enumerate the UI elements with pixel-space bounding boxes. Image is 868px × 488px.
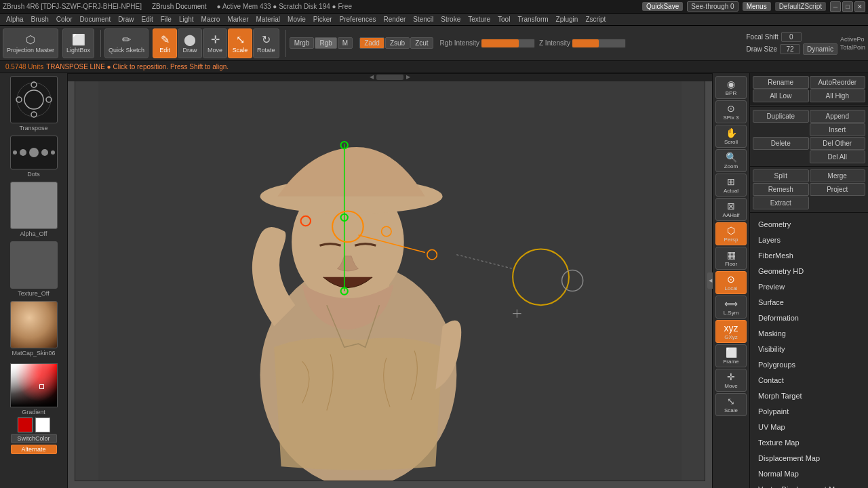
insert-button[interactable]: Insert xyxy=(810,123,866,136)
menu-marker[interactable]: Marker xyxy=(224,15,252,24)
right-move-button[interactable]: ✛ Move xyxy=(715,369,747,392)
aahalf-button[interactable]: ⊠ AAHalf xyxy=(715,198,747,221)
canvas-area[interactable]: ◀ ▶ xyxy=(68,73,712,488)
draw-button[interactable]: ⬤ Draw xyxy=(178,28,202,58)
visibility-item[interactable]: Visibility xyxy=(753,342,865,357)
script-button[interactable]: DefaultZScript xyxy=(775,2,826,11)
zadd-button[interactable]: Zadd xyxy=(359,37,384,49)
polypaint-item[interactable]: Polypaint xyxy=(753,404,865,419)
lightbox-button[interactable]: ⬜ LightBox xyxy=(62,28,94,58)
rgb-intensity-slider[interactable] xyxy=(481,39,535,48)
menu-zplugin[interactable]: Zplugin xyxy=(553,15,582,24)
minimize-button[interactable]: ─ xyxy=(830,1,841,12)
move-button[interactable]: ✛ Move xyxy=(203,28,227,58)
canvas-inner[interactable] xyxy=(75,80,705,481)
menu-picker[interactable]: Picker xyxy=(310,15,336,24)
menu-preferences[interactable]: Preferences xyxy=(336,15,380,24)
menu-stencil[interactable]: Stencil xyxy=(410,15,437,24)
scroll-arrow-left[interactable]: ◀ xyxy=(370,74,374,80)
zoom-button[interactable]: 🔍 Zoom xyxy=(715,149,747,172)
local-button[interactable]: ⊙ Local xyxy=(715,271,747,294)
merge-button[interactable]: Merge xyxy=(810,169,866,182)
menu-render[interactable]: Render xyxy=(380,15,409,24)
bpr-button[interactable]: ◉ BPR xyxy=(715,76,747,99)
deformation-item[interactable]: Deformation xyxy=(753,310,865,325)
menu-zscript[interactable]: Zscript xyxy=(582,15,609,24)
menu-material[interactable]: Material xyxy=(253,15,284,24)
normal-map-item[interactable]: Normal Map xyxy=(753,466,865,481)
rename-button[interactable]: Rename xyxy=(753,76,809,89)
uv-map-item[interactable]: UV Map xyxy=(753,420,865,434)
switch-color-button[interactable]: SwitchColor xyxy=(11,434,57,443)
menu-transform[interactable]: Transform xyxy=(514,15,551,24)
geometry-item[interactable]: Geometry xyxy=(753,217,865,232)
menu-macro[interactable]: Macro xyxy=(198,15,224,24)
spix-button[interactable]: ⊙ SPix 3 xyxy=(715,100,747,123)
preview-item[interactable]: Preview xyxy=(753,279,865,294)
scroll-button[interactable]: ✋ Scroll xyxy=(715,125,747,148)
dots-preview[interactable] xyxy=(10,136,58,169)
texture-map-item[interactable]: Texture Map xyxy=(753,435,865,450)
vector-displacement-map-item[interactable]: Vector Displacement Map xyxy=(753,482,865,488)
projection-master-button[interactable]: ⬡ Projection Master xyxy=(3,28,58,58)
surface-item[interactable]: Surface xyxy=(753,295,865,310)
z-intensity-slider[interactable] xyxy=(572,39,626,48)
quicksave-button[interactable]: QuickSave xyxy=(642,2,683,11)
texture-preview[interactable] xyxy=(10,241,58,289)
menu-alpha[interactable]: Alpha xyxy=(3,15,27,24)
morph-target-item[interactable]: Morph Target xyxy=(753,388,865,403)
foreground-color[interactable] xyxy=(18,418,33,432)
frame-button[interactable]: ⬜ Frame xyxy=(715,344,747,367)
sidebar-expand-arrow[interactable]: ◀ xyxy=(707,272,713,289)
menu-texture[interactable]: Texture xyxy=(465,15,494,24)
menu-light[interactable]: Light xyxy=(176,15,197,24)
rotate-button[interactable]: ↻ Rotate xyxy=(253,28,279,58)
fibermesh-item[interactable]: FiberMesh xyxy=(753,248,865,263)
edit-button[interactable]: ✎ Edit xyxy=(153,28,177,58)
alternate-button[interactable]: Alternate xyxy=(11,445,57,454)
scroll-arrow-right[interactable]: ▶ xyxy=(406,74,410,80)
polygroups-item[interactable]: Polygroups xyxy=(753,357,865,372)
all-high-button[interactable]: All High xyxy=(810,89,866,102)
floor-button[interactable]: ▦ Floor xyxy=(715,247,747,270)
menu-file[interactable]: File xyxy=(157,15,175,24)
menus-button[interactable]: Menus xyxy=(743,2,771,11)
scroll-thumb[interactable] xyxy=(376,75,403,80)
background-color[interactable] xyxy=(35,418,50,432)
split-button[interactable]: Split xyxy=(753,169,809,182)
gxyz-button[interactable]: xyz GXyz xyxy=(715,320,747,343)
transpose-brush-preview[interactable] xyxy=(10,76,58,123)
layers-item[interactable]: Layers xyxy=(753,232,865,247)
autoreorder-button[interactable]: AutoReorder xyxy=(810,76,866,89)
persp-button[interactable]: ⬡ Persp xyxy=(715,222,747,245)
menu-brush[interactable]: Brush xyxy=(28,15,52,24)
dynamic-button[interactable]: Dynamic xyxy=(803,43,837,55)
all-low-button[interactable]: All Low xyxy=(753,89,809,102)
focal-shift-value[interactable]: 0 xyxy=(781,32,802,42)
draw-size-value[interactable]: 72 xyxy=(780,44,800,54)
contact-item[interactable]: Contact xyxy=(753,373,865,388)
remesh-button[interactable]: Remesh xyxy=(753,183,809,196)
quick-sketch-button[interactable]: ✏ Quick Sketch xyxy=(104,28,149,58)
delete-button[interactable]: Delete xyxy=(753,137,809,150)
menu-draw[interactable]: Draw xyxy=(115,15,137,24)
displacement-map-item[interactable]: Displacement Map xyxy=(753,451,865,466)
extract-button[interactable]: Extract xyxy=(753,197,809,209)
geometry-hd-item[interactable]: Geometry HD xyxy=(753,264,865,279)
canvas-scrollbar[interactable]: ◀ ▶ xyxy=(68,73,712,81)
close-button[interactable]: ✕ xyxy=(854,1,865,12)
masking-item[interactable]: Masking xyxy=(753,326,865,341)
zsub-button[interactable]: Zsub xyxy=(385,37,410,49)
maximize-button[interactable]: □ xyxy=(842,1,853,12)
matcap-preview[interactable] xyxy=(10,301,58,348)
menu-color[interactable]: Color xyxy=(53,15,76,24)
project-button[interactable]: Project xyxy=(810,183,866,196)
rgb-button[interactable]: Rgb xyxy=(315,37,336,49)
scale-button[interactable]: ⤡ Scale xyxy=(228,28,252,58)
lsym-button[interactable]: ⟺ L.Sym xyxy=(715,296,747,319)
m-button[interactable]: M xyxy=(338,37,353,49)
actual-button[interactable]: ⊞ Actual xyxy=(715,174,747,197)
menu-edit[interactable]: Edit xyxy=(138,15,157,24)
right-scale-button[interactable]: ⤡ Scale xyxy=(715,393,747,416)
mrgb-button[interactable]: Mrgb xyxy=(290,37,315,49)
